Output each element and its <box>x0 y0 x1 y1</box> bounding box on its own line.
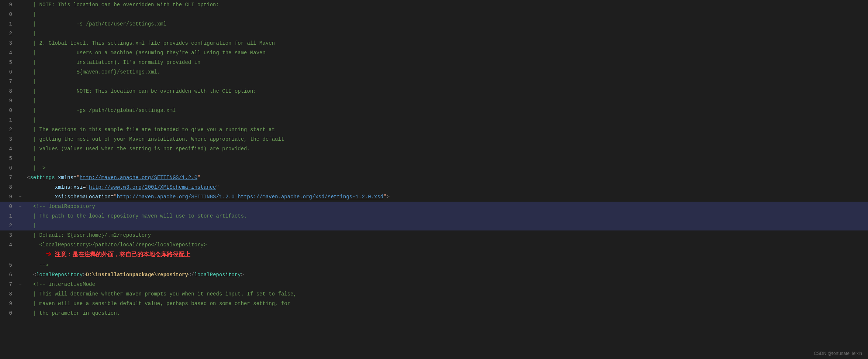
line-number: 2 <box>0 125 17 134</box>
line-number: 4 <box>0 144 17 154</box>
code-line: 9 | NOTE: This location can be overridde… <box>0 0 868 10</box>
code-line: 4 <localRepository>/path/to/local/repo</… <box>0 240 868 260</box>
line-number: 0 <box>0 202 17 211</box>
code-content: <localRepository>/path/to/local/repo</lo… <box>24 240 868 260</box>
code-line: 0 | the parameter in question. <box>0 308 868 318</box>
line-number: 9 <box>0 299 17 308</box>
fold-gutter <box>17 10 24 19</box>
fold-gutter <box>17 144 24 154</box>
fold-gutter <box>17 77 24 86</box>
code-content: xsi:schemaLocation="http://maven.apache.… <box>24 192 868 202</box>
code-content: | <box>24 77 868 86</box>
code-line: 8 xmlns:xsi="http://www.w3.org/2001/XMLS… <box>0 182 868 192</box>
code-content: | This will determine whether maven prom… <box>24 289 868 299</box>
code-content: | ${maven.conf}/settings.xml. <box>24 67 868 77</box>
line-number: 1 <box>0 211 17 221</box>
code-line: 5 | installation). It's normally provide… <box>0 58 868 67</box>
line-number: 8 <box>0 86 17 96</box>
fold-gutter <box>17 163 24 173</box>
code-line: 1 | The path to the local repository mav… <box>0 211 868 221</box>
code-line: 3 | 2. Global Level. This settings.xml f… <box>0 38 868 48</box>
annotation-text: 注意：是在注释的外面，将自己的本地仓库路径配上 <box>55 250 190 259</box>
code-content: | maven will use a sensible default valu… <box>24 299 868 308</box>
code-line: 3 | getting the most out of your Maven i… <box>0 134 868 144</box>
line-number: 2 <box>0 221 17 230</box>
code-line: 2 | The sections in this sample file are… <box>0 125 868 134</box>
code-line: 1 | <box>0 115 868 125</box>
code-content: | The path to the local repository maven… <box>24 211 868 221</box>
code-content: | <box>24 154 868 163</box>
code-content: --> <box>24 260 868 270</box>
fold-gutter <box>17 58 24 67</box>
code-content: | 2. Global Level. This settings.xml fil… <box>24 38 868 48</box>
line-number: 7 <box>0 77 17 86</box>
fold-gutter <box>17 29 24 38</box>
fold-gutter <box>17 115 24 125</box>
red-arrow-icon: ➔ <box>44 249 53 260</box>
fold-gutter: − <box>17 280 24 289</box>
line-number: 4 <box>0 240 17 260</box>
line-number: 8 <box>0 289 17 299</box>
line-number: 9 <box>0 96 17 106</box>
fold-gutter <box>17 106 24 115</box>
fold-gutter <box>17 38 24 48</box>
code-content: | <box>24 10 868 19</box>
code-line: 6 <localRepository>D:\installationpackag… <box>0 270 868 280</box>
code-line: 2 | <box>0 221 868 230</box>
code-content: | -s /path/to/user/settings.xml <box>24 19 868 29</box>
code-content: | <box>24 115 868 125</box>
code-content: | users on a machine (assuming they're a… <box>24 48 868 58</box>
code-area: 9 | NOTE: This location can be overridde… <box>0 0 868 318</box>
fold-gutter <box>17 125 24 134</box>
fold-gutter <box>17 221 24 230</box>
fold-gutter <box>17 0 24 10</box>
fold-icon[interactable]: − <box>19 280 22 289</box>
line-number: 8 <box>0 182 17 192</box>
code-line: 7 | <box>0 77 868 86</box>
code-line: 8 | This will determine whether maven pr… <box>0 289 868 299</box>
fold-gutter <box>17 19 24 29</box>
fold-gutter <box>17 154 24 163</box>
line-number: 3 <box>0 230 17 240</box>
fold-icon[interactable]: − <box>19 192 22 202</box>
code-line: 9 | maven will use a sensible default va… <box>0 299 868 308</box>
code-content: <!-- localRepository <box>24 202 868 211</box>
code-line: 9 − xsi:schemaLocation="http://maven.apa… <box>0 192 868 202</box>
line-number: 9 <box>0 0 17 10</box>
code-line: 0 | <box>0 10 868 19</box>
line-number: 3 <box>0 134 17 144</box>
fold-gutter <box>17 240 24 260</box>
line-number: 6 <box>0 67 17 77</box>
fold-gutter <box>17 299 24 308</box>
fold-gutter <box>17 270 24 280</box>
code-line: 7 <settings xmlns="http://maven.apache.o… <box>0 173 868 182</box>
code-content: xmlns:xsi="http://www.w3.org/2001/XMLSch… <box>24 182 868 192</box>
code-line: 4 | users on a machine (assuming they're… <box>0 48 868 58</box>
code-line: 3 | Default: ${user.home}/.m2/repository <box>0 230 868 240</box>
line-number: 6 <box>0 163 17 173</box>
line-number: 5 <box>0 154 17 163</box>
code-content: | NOTE: This location can be overridden … <box>24 86 868 96</box>
editor: 9 | NOTE: This location can be overridde… <box>0 0 868 359</box>
code-content: | the parameter in question. <box>24 308 868 318</box>
code-content: | <box>24 221 868 230</box>
code-line: 8 | NOTE: This location can be overridde… <box>0 86 868 96</box>
code-content: <settings xmlns="http://maven.apache.org… <box>24 173 868 182</box>
line-number: 7 <box>0 173 17 182</box>
line-number: 0 <box>0 106 17 115</box>
line-number: 9 <box>0 192 17 202</box>
line-number: 5 <box>0 58 17 67</box>
fold-gutter: − <box>17 202 24 211</box>
code-line: 6 | ${maven.conf}/settings.xml. <box>0 67 868 77</box>
fold-gutter <box>17 308 24 318</box>
line-number: 7 <box>0 280 17 289</box>
fold-gutter <box>17 96 24 106</box>
line-number: 1 <box>0 19 17 29</box>
line-number: 6 <box>0 270 17 280</box>
code-content: <localRepository>D:\installationpackage\… <box>24 270 868 280</box>
fold-gutter <box>17 173 24 182</box>
fold-gutter <box>17 289 24 299</box>
code-line: 5 | <box>0 154 868 163</box>
fold-icon[interactable]: − <box>19 202 22 211</box>
line-number: 0 <box>0 308 17 318</box>
